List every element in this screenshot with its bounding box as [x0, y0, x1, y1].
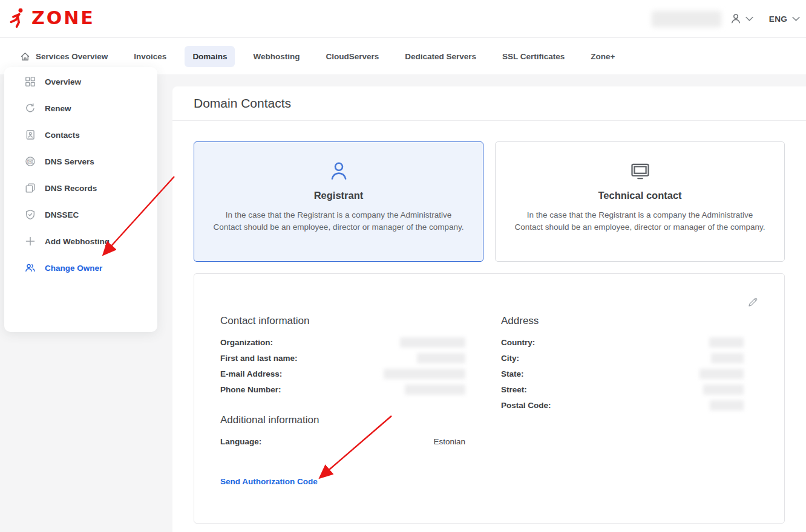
- zone-logo[interactable]: ZONE: [7, 7, 95, 30]
- grid-icon: [25, 76, 36, 87]
- panel-header: Domain Contacts: [172, 86, 806, 121]
- redacted-value: [400, 337, 465, 348]
- sidebar-item[interactable]: Contacts: [4, 122, 157, 148]
- info-row: Organization:: [220, 334, 465, 350]
- nav-item-label: Services Overview: [36, 52, 108, 61]
- sidebar-item[interactable]: Overview: [4, 68, 157, 95]
- field-label: E-mail Address:: [220, 369, 282, 378]
- section-heading: Address: [501, 315, 744, 327]
- nav-item[interactable]: Invoices: [126, 46, 174, 67]
- nav-items: Services Overview Invoices Domains Webho…: [12, 45, 623, 68]
- redacted-value: [384, 369, 465, 379]
- contact-type-description: In the case that the Registrant is a com…: [513, 209, 767, 233]
- address-rows: Country: City: State:: [501, 334, 744, 413]
- nav-item-label: Webhosting: [253, 52, 300, 61]
- nav-item-label: Dedicated Servers: [405, 52, 476, 61]
- field-label: Postal Code:: [501, 401, 551, 410]
- sidebar-item-label: Add Webhosting: [45, 237, 110, 246]
- field-label: Street:: [501, 385, 527, 394]
- person-icon: [328, 160, 350, 182]
- chevron-down-icon[interactable]: [792, 16, 800, 22]
- contact-details-card: Contact information Organization: First …: [194, 273, 785, 524]
- contact-card-icon: [25, 129, 36, 140]
- chevron-down-icon[interactable]: [745, 16, 753, 22]
- field-label: Language:: [220, 437, 261, 446]
- field-label: Phone Number:: [220, 385, 281, 394]
- nav-item[interactable]: Domains: [185, 46, 235, 67]
- user-name-redacted: [652, 11, 721, 27]
- contact-type-description: In the case that the Registrant is a com…: [211, 209, 466, 233]
- people-icon: [25, 262, 36, 273]
- nav-item[interactable]: Webhosting: [245, 46, 307, 67]
- info-row: Country:: [501, 334, 744, 350]
- nav-item-label: SSL Certificates: [502, 52, 565, 61]
- field-label: Organization:: [220, 338, 273, 347]
- contact-type-card[interactable]: Technical contact In the case that the R…: [495, 141, 785, 262]
- refresh-icon: [25, 103, 36, 114]
- monitor-icon: [629, 160, 651, 182]
- domain-contacts-panel: Domain Contacts Registrant In the case t…: [172, 86, 806, 532]
- copy-icon: [25, 183, 36, 193]
- contact-type-title: Registrant: [314, 190, 364, 201]
- sidebar-item-label: DNS Records: [45, 184, 97, 193]
- address-column: Address Country: City:: [501, 315, 744, 487]
- section-heading: Additional information: [220, 414, 465, 426]
- language-selector[interactable]: ENG: [769, 15, 787, 24]
- sidebar-item[interactable]: DNS Records: [4, 175, 157, 201]
- nav-item[interactable]: Dedicated Servers: [397, 46, 484, 67]
- field-label: City:: [501, 354, 519, 363]
- sidebar-item[interactable]: DNSSEC: [4, 201, 157, 228]
- nav-item[interactable]: CloudServers: [318, 46, 387, 67]
- edit-pencil-icon[interactable]: [747, 297, 759, 309]
- redacted-value: [711, 353, 744, 363]
- info-row: City:: [501, 350, 744, 366]
- nav-item-label: Domains: [192, 52, 227, 61]
- send-authorization-code-link[interactable]: Send Authorization Code: [220, 477, 318, 486]
- redacted-value: [703, 384, 744, 395]
- sidebar-item-label: Contacts: [45, 131, 80, 140]
- sidebar-item-label: DNSSEC: [45, 210, 79, 219]
- plus-icon: [25, 236, 36, 247]
- field-label: State:: [501, 369, 524, 378]
- zone-portal-page: ZONE ENG: [0, 0, 806, 532]
- details-columns: Contact information Organization: First …: [220, 315, 758, 487]
- field-value: Estonian: [433, 437, 465, 446]
- field-label: First and last name:: [220, 354, 298, 363]
- info-row: Phone Number:: [220, 381, 465, 397]
- sidebar-item[interactable]: Add Webhosting: [4, 228, 157, 255]
- zone-runner-icon: [7, 7, 28, 30]
- user-icon[interactable]: [730, 13, 742, 25]
- zone-logo-text: ZONE: [31, 9, 95, 27]
- nav-item-label: Invoices: [134, 52, 166, 61]
- sidebar-item[interactable]: Change Owner: [4, 255, 157, 281]
- contact-type-card[interactable]: Registrant In the case that the Registra…: [194, 141, 483, 262]
- header-right: ENG: [652, 0, 800, 37]
- section-heading: Contact information: [220, 315, 465, 327]
- contact-type-title: Technical contact: [598, 190, 681, 201]
- nav-item[interactable]: Services Overview: [12, 45, 116, 68]
- nav-item-label: Zone+: [591, 52, 615, 61]
- home-icon: [20, 51, 30, 62]
- sidebar-item-label: Change Owner: [45, 264, 102, 273]
- nav-item[interactable]: SSL Certificates: [494, 46, 572, 67]
- info-row: State:: [501, 366, 744, 381]
- sidebar-items: Overview Renew: [4, 68, 157, 281]
- shield-check-icon: [25, 209, 36, 220]
- top-header: ZONE ENG: [0, 0, 806, 37]
- redacted-value: [710, 400, 744, 410]
- redacted-value: [417, 353, 465, 363]
- nav-item[interactable]: Zone+: [583, 46, 623, 67]
- info-row: First and last name:: [220, 350, 465, 366]
- domain-sidebar: Overview Renew: [4, 67, 157, 332]
- dns-globe-icon: DNS: [25, 156, 36, 167]
- page-title: Domain Contacts: [194, 96, 291, 111]
- field-label: Country:: [501, 338, 535, 347]
- info-row: Street:: [501, 381, 744, 397]
- sidebar-item[interactable]: Renew: [4, 95, 157, 122]
- sidebar-item[interactable]: DNS DNS Servers: [4, 148, 157, 175]
- panel-body: Registrant In the case that the Registra…: [172, 121, 806, 524]
- info-row: E-mail Address:: [220, 366, 465, 381]
- additional-information-rows: Language: Estonian: [220, 433, 465, 449]
- sidebar-item-label: Overview: [45, 77, 81, 86]
- redacted-value: [700, 369, 744, 379]
